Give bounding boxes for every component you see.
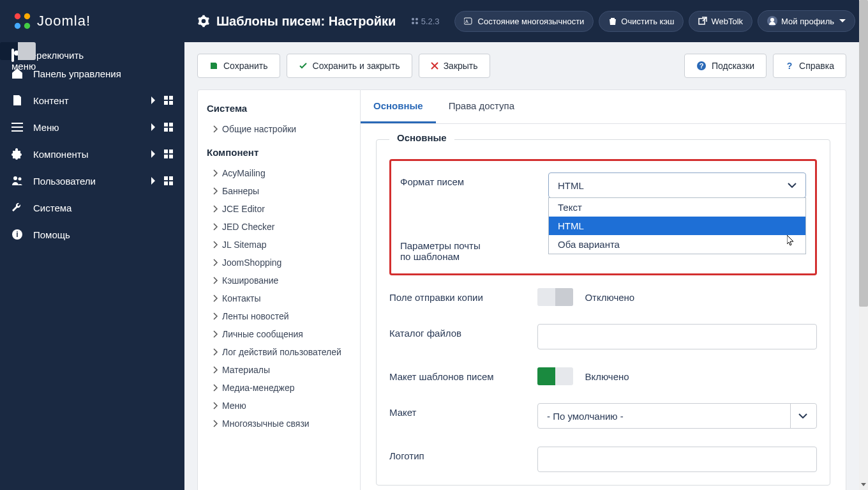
multilang-button[interactable]: A Состояние многоязычности (454, 11, 594, 32)
brand-logo[interactable]: Joomla! (0, 0, 184, 42)
tree-item[interactable]: Контакты (207, 289, 351, 307)
chevron-right-icon (151, 177, 156, 185)
help-icon: ? (785, 61, 794, 70)
tree-item[interactable]: Лог действий пользователей (207, 343, 351, 361)
grid-icon[interactable] (164, 96, 173, 105)
tree-item[interactable]: JoomShopping (207, 254, 351, 272)
file-icon (11, 95, 23, 106)
list-icon (11, 121, 23, 133)
layout-label: Макет (389, 403, 537, 418)
tree-item[interactable]: Ленты новостей (207, 307, 351, 325)
chevron-right-icon (213, 348, 218, 356)
joomla-icon (13, 11, 32, 31)
mail-format-dropdown: Текст HTML Оба варианта (548, 197, 806, 254)
tab-main[interactable]: Основные (361, 90, 436, 123)
tree-item[interactable]: Личные сообщения (207, 325, 351, 343)
copy-field-toggle[interactable] (537, 288, 573, 306)
sidebar-item-users[interactable]: Пользователи (0, 167, 184, 194)
chevron-right-icon (213, 330, 218, 338)
hints-button[interactable]: ? Подсказки (684, 54, 767, 78)
copy-field-status: Отключено (585, 292, 634, 303)
scrollbar[interactable] (859, 0, 868, 490)
svg-rect-22 (164, 128, 168, 132)
grid-icon[interactable] (164, 123, 173, 132)
chevron-right-icon (213, 384, 218, 392)
clear-cache-button[interactable]: Очистить кэш (599, 11, 684, 32)
puzzle-icon (11, 148, 23, 160)
layout-select[interactable]: - По умолчанию - (537, 403, 817, 429)
svg-text:?: ? (700, 62, 704, 70)
sidebar-item-components[interactable]: Компоненты (0, 141, 184, 167)
sidebar-item-help[interactable]: i Помощь (0, 221, 184, 248)
svg-rect-30 (164, 176, 168, 180)
sidebar: Переключить меню Панель управления Конте… (0, 42, 184, 490)
scrollbar-down[interactable] (859, 480, 868, 490)
tree-item[interactable]: Многоязычные связи (207, 415, 351, 433)
cursor (787, 235, 796, 247)
dropdown-option[interactable]: HTML (549, 217, 805, 235)
topbar: Joomla! Шаблоны писем: Настройки 5.2.3 A… (0, 0, 868, 42)
chevron-right-icon (213, 187, 218, 195)
tree-heading-system: Система (207, 103, 351, 114)
svg-point-3 (24, 23, 30, 29)
help-button[interactable]: ? Справка (773, 54, 846, 78)
svg-point-2 (15, 23, 20, 29)
chevron-right-icon (213, 241, 218, 249)
tree-item[interactable]: Материалы (207, 361, 351, 379)
template-layout-label: Макет шаблонов писем (389, 367, 537, 382)
svg-rect-16 (169, 101, 173, 105)
grid-icon[interactable] (164, 176, 173, 185)
sidebar-item-content[interactable]: Контент (0, 87, 184, 114)
save-button[interactable]: Сохранить (197, 54, 280, 78)
external-icon (698, 17, 707, 26)
tree-item[interactable]: JED Checker (207, 218, 351, 236)
save-close-button[interactable]: Сохранить и закрыть (287, 54, 412, 78)
tree-item[interactable]: Общие настройки (207, 120, 351, 138)
tree-item[interactable]: Меню (207, 397, 351, 415)
svg-rect-25 (169, 149, 173, 153)
sidebar-toggle[interactable]: Переключить меню (0, 42, 36, 60)
sidebar-item-menu[interactable]: Меню (0, 114, 184, 141)
fieldset-legend: Основные (389, 132, 454, 143)
tree-item[interactable]: Баннеры (207, 182, 351, 200)
svg-rect-33 (169, 181, 173, 185)
chevron-right-icon (151, 123, 156, 131)
svg-rect-15 (164, 101, 168, 105)
home-icon (11, 68, 23, 79)
trash-icon (608, 17, 617, 26)
chevron-right-icon (151, 150, 156, 158)
tab-access[interactable]: Права доступа (436, 90, 527, 123)
template-layout-status: Включено (585, 371, 629, 382)
scrollbar-thumb[interactable] (859, 0, 868, 307)
tree-item[interactable]: AcyMailing (207, 164, 351, 182)
tree-item[interactable]: JL Sitemap (207, 236, 351, 254)
tree-item[interactable]: JCE Editor (207, 200, 351, 218)
mail-format-label: Формат писем (400, 172, 548, 187)
grid-icon[interactable] (164, 149, 173, 158)
mail-format-select[interactable]: HTML (548, 172, 806, 198)
tree-item[interactable]: Кэширование (207, 272, 351, 289)
sidebar-item-dashboard[interactable]: Панель управления (0, 60, 184, 87)
webtolk-button[interactable]: WebTolk (689, 11, 752, 32)
fieldset-main: Основные Формат писем HTML Текст HTML (376, 139, 830, 486)
tree-item[interactable]: Медиа-менеджер (207, 379, 351, 397)
header-content: Шаблоны писем: Настройки 5.2.3 A Состоян… (184, 0, 868, 42)
profile-button[interactable]: Мой профиль (758, 10, 855, 32)
svg-rect-13 (164, 96, 168, 100)
toolbar: Сохранить Сохранить и закрыть Закрыть ? … (184, 42, 859, 89)
lang-icon: A (464, 17, 474, 26)
template-layout-toggle[interactable] (537, 367, 573, 385)
file-dir-label: Каталог файлов (389, 324, 537, 339)
sidebar-item-system[interactable]: Система (0, 194, 184, 221)
svg-rect-31 (169, 176, 173, 180)
close-icon (431, 62, 438, 70)
svg-point-7 (415, 22, 418, 24)
close-button[interactable]: Закрыть (419, 54, 490, 78)
dropdown-option[interactable]: Текст (549, 198, 805, 217)
chevron-right-icon (213, 169, 218, 177)
dropdown-option[interactable]: Оба варианта (549, 235, 805, 254)
svg-rect-20 (164, 123, 168, 126)
logo-input[interactable] (537, 447, 817, 472)
file-dir-input[interactable] (537, 324, 817, 349)
joomla-small-icon (411, 17, 419, 25)
